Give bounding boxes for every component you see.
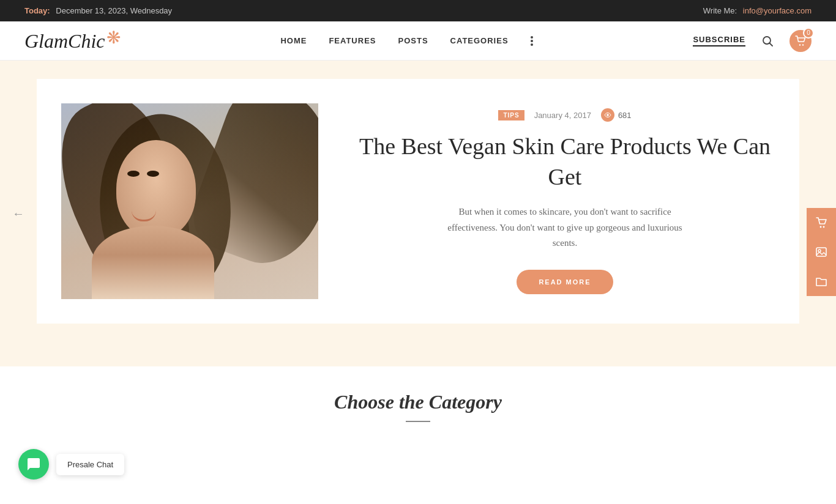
eye-icon xyxy=(601,108,614,122)
svg-point-3 xyxy=(802,44,804,45)
tips-badge: TIPS xyxy=(498,110,524,120)
svg-point-5 xyxy=(820,226,822,228)
svg-point-6 xyxy=(823,226,825,228)
search-button[interactable] xyxy=(758,31,777,51)
nav-home[interactable]: HOME xyxy=(280,36,307,45)
svg-point-2 xyxy=(799,44,801,45)
svg-line-1 xyxy=(770,43,773,46)
hero-section: ← TIPS Janu xyxy=(0,61,836,366)
logo-area: GlamChic ❋ xyxy=(24,28,121,54)
today-label: Today: xyxy=(24,6,50,15)
email-link[interactable]: info@yourface.com xyxy=(743,6,812,15)
chat-open-button[interactable] xyxy=(18,449,49,480)
chat-label: Presale Chat xyxy=(56,454,124,475)
image-widget[interactable] xyxy=(807,237,836,267)
hero-content: TIPS January 4, 2017 681 The Best Vegan … xyxy=(318,108,775,294)
nav-more-button[interactable] xyxy=(531,36,533,46)
subscribe-button[interactable]: SUBSCRIBE xyxy=(693,35,745,46)
hero-image xyxy=(61,103,318,299)
nav-features[interactable]: FEATURES xyxy=(329,36,376,45)
category-divider xyxy=(406,421,430,422)
header: GlamChic ❋ HOME FEATURES POSTS CATEGORIE… xyxy=(0,21,836,61)
date-display: Today: December 13, 2023, Wednesday xyxy=(24,6,172,15)
date-text: December 13, 2023, Wednesday xyxy=(56,6,172,15)
contact-display: Write Me: info@yourface.com xyxy=(703,6,812,15)
hero-views: 681 xyxy=(601,108,632,122)
category-title: Choose the Category xyxy=(24,391,812,413)
slider-prev-button[interactable]: ← xyxy=(12,207,24,221)
header-right: SUBSCRIBE 0 xyxy=(693,30,812,52)
logo-text: GlamChic xyxy=(24,31,105,51)
hero-meta: TIPS January 4, 2017 681 xyxy=(355,108,775,122)
svg-point-4 xyxy=(606,114,609,117)
cart-widget[interactable] xyxy=(807,208,836,237)
side-widgets xyxy=(807,208,836,296)
svg-rect-7 xyxy=(816,248,826,256)
nav-categories[interactable]: CATEGORIES xyxy=(450,36,509,45)
hero-description: But when it comes to skincare, you don't… xyxy=(442,204,687,251)
logo-flower-icon: ❋ xyxy=(106,28,121,48)
nav-posts[interactable]: POSTS xyxy=(398,36,428,45)
category-section: Choose the Category xyxy=(0,366,836,434)
cart-button[interactable]: 0 xyxy=(789,30,812,52)
hero-inner: TIPS January 4, 2017 681 The Best Vegan … xyxy=(37,79,799,324)
chat-widget: Presale Chat xyxy=(18,449,124,480)
hero-title: The Best Vegan Skin Care Products We Can… xyxy=(355,132,775,192)
folder-widget[interactable] xyxy=(807,267,836,296)
cart-badge: 0 xyxy=(803,28,814,39)
hero-date: January 4, 2017 xyxy=(534,111,591,120)
main-nav: HOME FEATURES POSTS CATEGORIES xyxy=(280,36,532,46)
top-bar: Today: December 13, 2023, Wednesday Writ… xyxy=(0,0,836,21)
read-more-button[interactable]: READ MORE xyxy=(517,270,613,294)
views-count: 681 xyxy=(618,111,632,120)
write-label: Write Me: xyxy=(703,6,737,15)
